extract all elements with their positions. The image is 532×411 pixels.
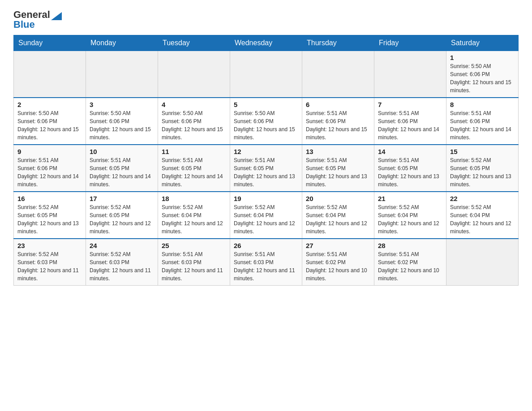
day-info: Sunrise: 5:51 AMSunset: 6:06 PMDaylight:… (450, 109, 515, 141)
calendar-cell: 13Sunrise: 5:51 AMSunset: 6:05 PMDayligh… (302, 145, 374, 192)
day-info: Sunrise: 5:51 AMSunset: 6:03 PMDaylight:… (162, 250, 226, 283)
day-info: Sunrise: 5:52 AMSunset: 6:05 PMDaylight:… (17, 203, 82, 235)
day-info: Sunrise: 5:52 AMSunset: 6:05 PMDaylight:… (90, 203, 154, 235)
day-info: Sunrise: 5:51 AMSunset: 6:03 PMDaylight:… (234, 250, 298, 283)
day-number: 5 (234, 101, 298, 108)
day-info: Sunrise: 5:50 AMSunset: 6:06 PMDaylight:… (17, 109, 82, 141)
calendar-week-row: 2Sunrise: 5:50 AMSunset: 6:06 PMDaylight… (14, 98, 519, 145)
calendar-cell: 26Sunrise: 5:51 AMSunset: 6:03 PMDayligh… (230, 239, 302, 286)
calendar-cell: 25Sunrise: 5:51 AMSunset: 6:03 PMDayligh… (158, 239, 230, 286)
calendar-cell (158, 51, 230, 98)
day-info: Sunrise: 5:51 AMSunset: 6:02 PMDaylight:… (378, 250, 442, 283)
day-number: 20 (306, 195, 370, 202)
logo: General Blue (13, 9, 62, 30)
calendar-cell (230, 51, 302, 98)
calendar-week-row: 16Sunrise: 5:52 AMSunset: 6:05 PMDayligh… (14, 192, 519, 239)
day-number: 27 (306, 242, 370, 249)
day-info: Sunrise: 5:50 AMSunset: 6:06 PMDaylight:… (234, 109, 298, 141)
day-info: Sunrise: 5:51 AMSunset: 6:05 PMDaylight:… (234, 156, 298, 188)
calendar-cell: 27Sunrise: 5:51 AMSunset: 6:02 PMDayligh… (302, 239, 374, 286)
calendar-cell: 11Sunrise: 5:51 AMSunset: 6:05 PMDayligh… (158, 145, 230, 192)
calendar-cell: 18Sunrise: 5:52 AMSunset: 6:04 PMDayligh… (158, 192, 230, 239)
day-number: 1 (450, 54, 515, 61)
calendar-cell (14, 51, 86, 98)
calendar-cell: 7Sunrise: 5:51 AMSunset: 6:06 PMDaylight… (374, 98, 446, 145)
calendar-cell: 23Sunrise: 5:52 AMSunset: 6:03 PMDayligh… (14, 239, 86, 286)
calendar-cell: 22Sunrise: 5:52 AMSunset: 6:04 PMDayligh… (446, 192, 519, 239)
calendar-header-friday: Friday (374, 35, 446, 51)
day-info: Sunrise: 5:52 AMSunset: 6:04 PMDaylight:… (162, 203, 226, 235)
calendar-table: SundayMondayTuesdayWednesdayThursdayFrid… (13, 35, 519, 286)
day-info: Sunrise: 5:51 AMSunset: 6:05 PMDaylight:… (90, 156, 154, 188)
calendar-header-row: SundayMondayTuesdayWednesdayThursdayFrid… (14, 35, 519, 51)
calendar-week-row: 23Sunrise: 5:52 AMSunset: 6:03 PMDayligh… (14, 239, 519, 286)
calendar-cell (446, 239, 519, 286)
day-number: 11 (162, 148, 226, 155)
day-info: Sunrise: 5:52 AMSunset: 6:03 PMDaylight:… (90, 250, 154, 283)
calendar-cell: 1Sunrise: 5:50 AMSunset: 6:06 PMDaylight… (446, 51, 519, 98)
day-number: 13 (306, 148, 370, 155)
calendar-cell (86, 51, 158, 98)
day-info: Sunrise: 5:52 AMSunset: 6:04 PMDaylight:… (450, 203, 515, 235)
calendar-header-saturday: Saturday (446, 35, 519, 51)
calendar-header-sunday: Sunday (14, 35, 86, 51)
day-number: 18 (162, 195, 226, 202)
day-info: Sunrise: 5:51 AMSunset: 6:06 PMDaylight:… (306, 109, 370, 141)
day-number: 16 (17, 195, 82, 202)
calendar-week-row: 9Sunrise: 5:51 AMSunset: 6:06 PMDaylight… (14, 145, 519, 192)
calendar-cell: 12Sunrise: 5:51 AMSunset: 6:05 PMDayligh… (230, 145, 302, 192)
day-number: 9 (17, 148, 82, 155)
logo-flag-icon (51, 9, 62, 20)
day-info: Sunrise: 5:51 AMSunset: 6:05 PMDaylight:… (378, 156, 442, 188)
calendar-cell: 14Sunrise: 5:51 AMSunset: 6:05 PMDayligh… (374, 145, 446, 192)
svg-marker-0 (51, 12, 62, 20)
calendar-cell: 24Sunrise: 5:52 AMSunset: 6:03 PMDayligh… (86, 239, 158, 286)
day-number: 22 (450, 195, 515, 202)
day-number: 3 (90, 101, 154, 108)
calendar-cell: 10Sunrise: 5:51 AMSunset: 6:05 PMDayligh… (86, 145, 158, 192)
day-info: Sunrise: 5:52 AMSunset: 6:05 PMDaylight:… (450, 156, 515, 188)
logo-blue-text: Blue (13, 19, 35, 30)
day-number: 25 (162, 242, 226, 249)
day-info: Sunrise: 5:51 AMSunset: 6:05 PMDaylight:… (306, 156, 370, 188)
calendar-header-wednesday: Wednesday (230, 35, 302, 51)
calendar-cell: 3Sunrise: 5:50 AMSunset: 6:06 PMDaylight… (86, 98, 158, 145)
calendar-cell: 8Sunrise: 5:51 AMSunset: 6:06 PMDaylight… (446, 98, 519, 145)
day-info: Sunrise: 5:52 AMSunset: 6:03 PMDaylight:… (17, 250, 82, 283)
day-info: Sunrise: 5:51 AMSunset: 6:02 PMDaylight:… (306, 250, 370, 283)
day-number: 7 (378, 101, 442, 108)
day-number: 10 (90, 148, 154, 155)
day-info: Sunrise: 5:51 AMSunset: 6:05 PMDaylight:… (162, 156, 226, 188)
calendar-cell: 17Sunrise: 5:52 AMSunset: 6:05 PMDayligh… (86, 192, 158, 239)
calendar-cell: 20Sunrise: 5:52 AMSunset: 6:04 PMDayligh… (302, 192, 374, 239)
day-info: Sunrise: 5:52 AMSunset: 6:04 PMDaylight:… (234, 203, 298, 235)
day-info: Sunrise: 5:50 AMSunset: 6:06 PMDaylight:… (162, 109, 226, 141)
day-number: 12 (234, 148, 298, 155)
calendar-cell: 5Sunrise: 5:50 AMSunset: 6:06 PMDaylight… (230, 98, 302, 145)
day-number: 6 (306, 101, 370, 108)
calendar-header-thursday: Thursday (302, 35, 374, 51)
day-number: 15 (450, 148, 515, 155)
calendar-cell: 9Sunrise: 5:51 AMSunset: 6:06 PMDaylight… (14, 145, 86, 192)
calendar-week-row: 1Sunrise: 5:50 AMSunset: 6:06 PMDaylight… (14, 51, 519, 98)
day-number: 17 (90, 195, 154, 202)
calendar-cell: 2Sunrise: 5:50 AMSunset: 6:06 PMDaylight… (14, 98, 86, 145)
calendar-cell: 19Sunrise: 5:52 AMSunset: 6:04 PMDayligh… (230, 192, 302, 239)
day-info: Sunrise: 5:50 AMSunset: 6:06 PMDaylight:… (90, 109, 154, 141)
calendar-cell: 4Sunrise: 5:50 AMSunset: 6:06 PMDaylight… (158, 98, 230, 145)
day-number: 8 (450, 101, 515, 108)
day-number: 21 (378, 195, 442, 202)
calendar-cell: 28Sunrise: 5:51 AMSunset: 6:02 PMDayligh… (374, 239, 446, 286)
day-number: 26 (234, 242, 298, 249)
calendar-cell: 16Sunrise: 5:52 AMSunset: 6:05 PMDayligh… (14, 192, 86, 239)
day-number: 23 (17, 242, 82, 249)
day-number: 2 (17, 101, 82, 108)
day-info: Sunrise: 5:50 AMSunset: 6:06 PMDaylight:… (450, 62, 515, 94)
day-number: 14 (378, 148, 442, 155)
day-info: Sunrise: 5:51 AMSunset: 6:06 PMDaylight:… (17, 156, 82, 188)
calendar-cell (374, 51, 446, 98)
calendar-header-monday: Monday (86, 35, 158, 51)
calendar-cell: 15Sunrise: 5:52 AMSunset: 6:05 PMDayligh… (446, 145, 519, 192)
calendar-cell: 6Sunrise: 5:51 AMSunset: 6:06 PMDaylight… (302, 98, 374, 145)
day-number: 4 (162, 101, 226, 108)
